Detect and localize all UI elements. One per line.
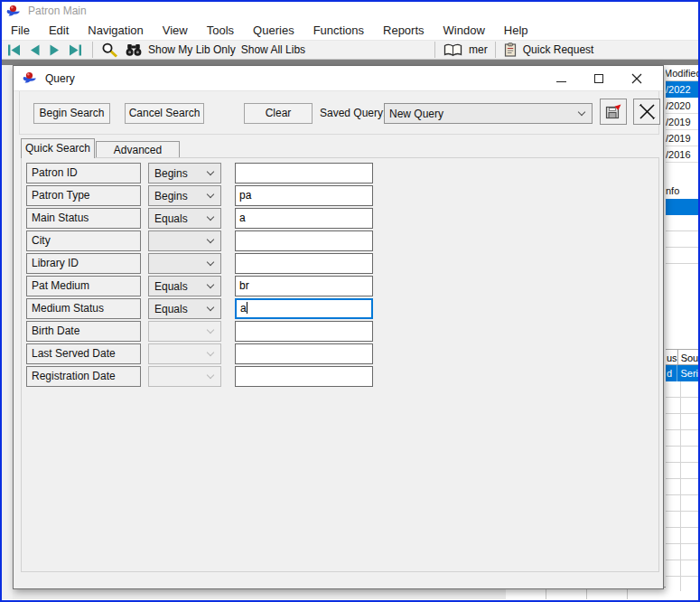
query-dialog: Query Begin Search Cancel Search Clear S… xyxy=(13,65,664,589)
minimize-icon xyxy=(556,81,566,82)
find-binoculars-icon[interactable] xyxy=(122,41,145,59)
table-row[interactable]: /2016 xyxy=(666,146,698,163)
info-tab-fragment: nfo xyxy=(666,183,698,199)
begin-search-button[interactable]: Begin Search xyxy=(33,103,110,124)
tab-advanced-search[interactable]: Advanced Search xyxy=(96,141,180,157)
dialog-header-band: Begin Search Cancel Search Clear Saved Q… xyxy=(19,91,659,135)
main-titlebar[interactable]: Patron Main xyxy=(2,2,698,20)
background-panel xyxy=(13,588,506,599)
chevron-down-icon xyxy=(207,325,214,333)
background-grid-rows xyxy=(666,381,698,591)
quick-request-button[interactable]: Quick Request xyxy=(520,43,597,56)
show-all-libs-button[interactable]: Show All Libs xyxy=(238,43,308,56)
quick-search-page: Patron ID Begins Patron Type Begins pa M… xyxy=(21,157,659,572)
chevron-down-icon xyxy=(207,303,214,310)
field-label-patron-id: Patron ID xyxy=(26,163,141,183)
close-button[interactable] xyxy=(618,66,656,91)
value-input-birth-date[interactable] xyxy=(235,321,373,342)
save-query-button[interactable] xyxy=(600,99,627,125)
chevron-down-icon xyxy=(578,108,585,115)
quick-request-icon[interactable] xyxy=(500,41,520,59)
menu-help[interactable]: Help xyxy=(502,22,530,39)
window-title: Patron Main xyxy=(28,5,87,17)
operator-select-registration-date xyxy=(148,366,221,387)
chevron-down-icon xyxy=(207,371,214,378)
value-input-main-status[interactable]: a xyxy=(235,208,373,229)
search-icon[interactable] xyxy=(98,41,122,59)
menu-window[interactable]: Window xyxy=(442,22,487,39)
menu-edit[interactable]: Edit xyxy=(47,22,70,39)
operator-select-patron-id[interactable]: Begins xyxy=(148,163,221,183)
field-label-city: City xyxy=(26,230,141,251)
menu-file[interactable]: File xyxy=(9,22,32,39)
show-my-lib-only-button[interactable]: Show My Lib Only xyxy=(145,43,238,56)
value-input-medium-status[interactable]: a xyxy=(235,298,373,319)
status-source-header: us Sou xyxy=(666,349,698,365)
menu-tools[interactable]: Tools xyxy=(205,22,236,39)
tab-quick-search[interactable]: Quick Search xyxy=(21,138,95,158)
next-record-icon[interactable] xyxy=(49,44,61,56)
field-label-last-served-date: Last Served Date xyxy=(26,343,141,364)
menu-queries[interactable]: Queries xyxy=(251,22,296,39)
dialog-titlebar[interactable]: Query xyxy=(14,66,663,91)
value-input-library-id[interactable] xyxy=(235,253,373,274)
table-row[interactable]: /2022 xyxy=(666,81,698,98)
table-row[interactable]: /2020 xyxy=(666,98,698,114)
text-cursor xyxy=(247,302,247,314)
operator-select-pat-medium[interactable]: Equals xyxy=(148,276,221,296)
chevron-down-icon xyxy=(207,348,214,355)
value-input-patron-id[interactable] xyxy=(235,163,373,183)
chevron-down-icon xyxy=(207,235,214,242)
maximize-button[interactable] xyxy=(580,66,618,91)
chevron-down-icon xyxy=(207,212,214,220)
operator-select-medium-status[interactable]: Equals xyxy=(148,298,221,319)
operator-select-library-id[interactable] xyxy=(148,253,221,274)
value-input-registration-date[interactable] xyxy=(235,366,373,387)
background-results-panel: Modified /2022 /2020 /2019 /2019 /2016 n… xyxy=(666,65,698,599)
dialog-title: Query xyxy=(45,72,75,85)
background-gap xyxy=(666,163,698,183)
saved-query-select[interactable]: New Query xyxy=(384,103,593,124)
chevron-down-icon xyxy=(207,258,214,265)
table-row[interactable]: d Seri xyxy=(666,365,698,381)
table-row[interactable]: /2019 xyxy=(666,114,698,130)
previous-record-icon[interactable] xyxy=(29,44,41,56)
cancel-search-button[interactable]: Cancel Search xyxy=(125,103,204,124)
operator-select-patron-type[interactable]: Begins xyxy=(148,185,221,206)
value-input-patron-type[interactable]: pa xyxy=(235,185,373,206)
field-label-library-id: Library ID xyxy=(26,253,141,274)
modified-column-header: Modified xyxy=(666,65,698,81)
mer-button[interactable]: mer xyxy=(466,43,490,56)
value-input-pat-medium[interactable]: br xyxy=(235,276,373,296)
column-separator xyxy=(680,381,681,591)
field-label-medium-status: Medium Status xyxy=(26,298,141,319)
save-query-icon xyxy=(605,104,621,119)
background-grid-rows xyxy=(666,215,698,264)
menu-functions[interactable]: Functions xyxy=(312,22,366,39)
field-label-registration-date: Registration Date xyxy=(26,366,141,387)
value-input-city[interactable] xyxy=(235,230,373,251)
open-book-icon[interactable] xyxy=(440,41,466,59)
chevron-down-icon xyxy=(207,167,214,174)
last-record-icon[interactable] xyxy=(69,44,82,56)
delete-x-icon xyxy=(639,103,656,120)
menu-reports[interactable]: Reports xyxy=(381,22,426,39)
operator-select-city[interactable] xyxy=(148,230,221,251)
maximize-icon xyxy=(594,74,603,83)
field-label-patron-type: Patron Type xyxy=(26,185,141,206)
saved-query-label: Saved Query: xyxy=(320,107,386,119)
menu-navigation[interactable]: Navigation xyxy=(86,22,145,39)
clear-button[interactable]: Clear xyxy=(244,103,313,124)
operator-select-main-status[interactable]: Equals xyxy=(148,208,221,229)
minimize-button[interactable] xyxy=(542,66,580,91)
close-icon xyxy=(631,73,642,84)
operator-select-birth-date xyxy=(148,321,221,342)
background-window-edge xyxy=(2,65,13,599)
table-row[interactable]: /2019 xyxy=(666,130,698,146)
value-input-last-served-date[interactable] xyxy=(235,343,373,364)
selected-band xyxy=(666,199,698,215)
menu-view[interactable]: View xyxy=(161,22,190,39)
delete-query-button[interactable] xyxy=(633,99,660,125)
toolbar-separator xyxy=(495,42,496,58)
first-record-icon[interactable] xyxy=(7,44,21,56)
